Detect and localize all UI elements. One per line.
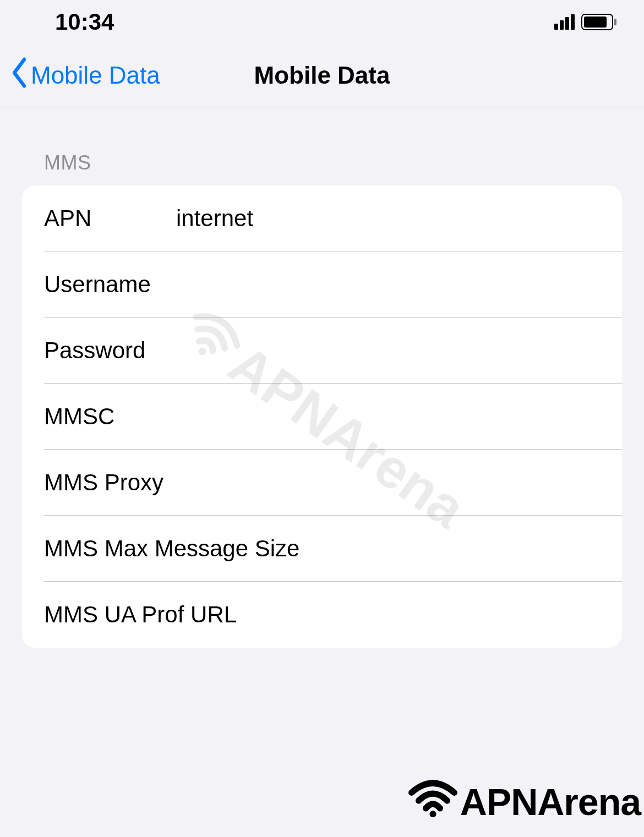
- apn-row[interactable]: APN: [22, 185, 622, 251]
- content: MMS APN Username Password MMSC MMS Proxy…: [0, 107, 644, 648]
- back-label: Mobile Data: [31, 62, 160, 89]
- username-row[interactable]: Username: [22, 251, 622, 318]
- password-label: Password: [44, 337, 176, 364]
- password-input[interactable]: [176, 337, 600, 364]
- mms-ua-prof-row[interactable]: MMS UA Prof URL: [22, 582, 622, 648]
- wifi-icon: [407, 776, 459, 827]
- apn-label: APN: [44, 205, 176, 232]
- page-title: Mobile Data: [254, 62, 390, 89]
- mms-max-size-row[interactable]: MMS Max Message Size: [22, 516, 622, 582]
- svg-point-1: [429, 811, 436, 817]
- mmsc-label: MMSC: [44, 403, 176, 430]
- password-row[interactable]: Password: [22, 318, 622, 384]
- footer-logo: APNArena: [407, 776, 641, 827]
- settings-list: APN Username Password MMSC MMS Proxy MMS…: [22, 185, 622, 648]
- mms-proxy-label: MMS Proxy: [44, 469, 309, 496]
- mms-proxy-row[interactable]: MMS Proxy: [22, 450, 622, 516]
- battery-icon: [581, 14, 616, 30]
- mmsc-row[interactable]: MMSC: [22, 384, 622, 450]
- status-indicators: [554, 14, 616, 30]
- mms-proxy-input[interactable]: [309, 469, 600, 496]
- footer-logo-text: APNArena: [460, 780, 641, 823]
- apn-input[interactable]: [176, 205, 600, 232]
- username-input[interactable]: [176, 271, 600, 298]
- mms-ua-prof-label: MMS UA Prof URL: [44, 601, 600, 628]
- status-bar: 10:34: [0, 0, 644, 44]
- back-button[interactable]: Mobile Data: [11, 58, 160, 94]
- navigation-bar: Mobile Data Mobile Data: [0, 44, 644, 107]
- section-header: MMS: [0, 151, 644, 185]
- status-time: 10:34: [55, 9, 114, 35]
- signal-icon: [554, 14, 575, 30]
- mms-max-size-label: MMS Max Message Size: [44, 535, 600, 562]
- username-label: Username: [44, 271, 176, 298]
- chevron-left-icon: [11, 54, 26, 97]
- mmsc-input[interactable]: [176, 403, 600, 430]
